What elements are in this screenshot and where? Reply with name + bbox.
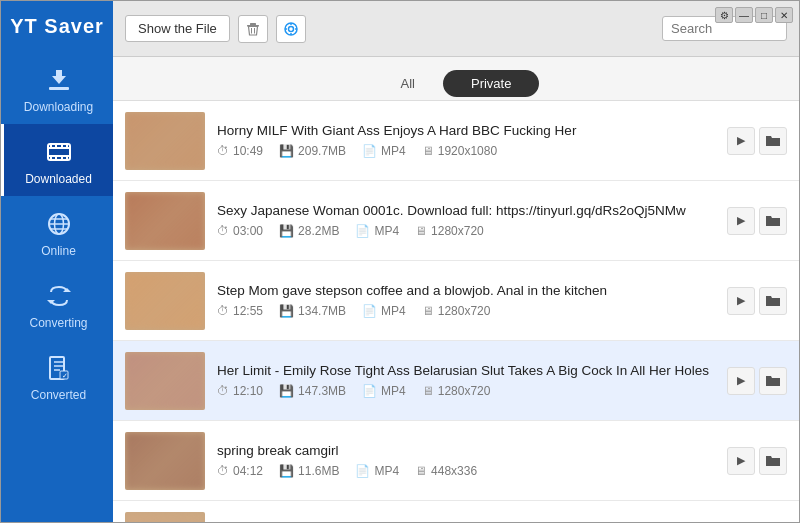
close-button[interactable]: ✕ — [775, 7, 793, 23]
duration-meta: ⏱ 04:12 — [217, 464, 263, 478]
video-title: Horny MILF With Giant Ass Enjoys A Hard … — [217, 123, 715, 138]
svg-rect-9 — [50, 157, 52, 160]
resolution-icon: 🖥 — [422, 384, 434, 398]
video-thumbnail — [125, 432, 205, 490]
sidebar-item-downloading[interactable]: Downloading — [1, 52, 113, 124]
resolution-meta: 🖥 1280x720 — [422, 304, 491, 318]
show-file-button[interactable]: Show the File — [125, 15, 230, 42]
hdd-icon: 💾 — [279, 224, 294, 238]
folder-button[interactable] — [759, 127, 787, 155]
resolution-value: 1280x720 — [431, 224, 484, 238]
resolution-icon: 🖥 — [422, 144, 434, 158]
file-icon: 📄 — [355, 224, 370, 238]
delete-button[interactable] — [238, 15, 268, 43]
size-meta: 💾 209.7MB — [279, 144, 346, 158]
video-title: Sexy Japanese Woman 0001c. Download full… — [217, 203, 715, 218]
svg-rect-27 — [250, 23, 256, 25]
play-button[interactable]: ▶ — [727, 207, 755, 235]
tab-bar: All Private — [113, 57, 799, 101]
video-info: Horny MILF With Giant Ass Enjoys A Hard … — [217, 123, 715, 158]
size-value: 147.3MB — [298, 384, 346, 398]
hdd-icon: 💾 — [279, 304, 294, 318]
video-row: Her Limit - Emily Rose Tight Ass Belarus… — [113, 341, 799, 421]
format-value: MP4 — [381, 384, 406, 398]
svg-rect-11 — [61, 157, 63, 160]
resolution-value: 448x336 — [431, 464, 477, 478]
film-icon — [43, 136, 75, 168]
file-icon: 📄 — [362, 304, 377, 318]
maximize-button[interactable]: □ — [755, 7, 773, 23]
format-value: MP4 — [374, 464, 399, 478]
svg-point-31 — [288, 26, 293, 31]
sidebar-item-downloaded[interactable]: Downloaded — [1, 124, 113, 196]
tab-all[interactable]: All — [373, 70, 443, 97]
file-icon: 📄 — [362, 144, 377, 158]
sidebar-label-online: Online — [41, 244, 76, 258]
file-icon: 📄 — [362, 384, 377, 398]
folder-button[interactable] — [759, 287, 787, 315]
folder-button[interactable] — [759, 367, 787, 395]
format-value: MP4 — [381, 304, 406, 318]
tab-private[interactable]: Private — [443, 70, 539, 97]
video-row: Sex Craved Skinny Brunette Bridgette Amo… — [113, 501, 799, 522]
format-value: MP4 — [374, 224, 399, 238]
video-actions: ▶ — [727, 287, 787, 315]
video-info: Sexy Japanese Woman 0001c. Download full… — [217, 203, 715, 238]
video-thumbnail — [125, 112, 205, 170]
gear-button[interactable]: ⚙ — [715, 7, 733, 23]
play-button[interactable]: ▶ — [727, 447, 755, 475]
video-list: Horny MILF With Giant Ass Enjoys A Hard … — [113, 101, 799, 522]
format-meta: 📄 MP4 — [362, 144, 406, 158]
video-title: Step Mom gave stepson coffee and a blowj… — [217, 283, 715, 298]
video-row: spring break camgirl ⏱ 04:12 💾 11.6MB 📄 … — [113, 421, 799, 501]
sidebar-item-converted[interactable]: ✓ Converted — [1, 340, 113, 412]
sidebar-label-downloaded: Downloaded — [25, 172, 92, 186]
window-controls: ⚙ — □ ✕ — [715, 7, 793, 23]
video-meta: ⏱ 04:12 💾 11.6MB 📄 MP4 🖥 448x336 — [217, 464, 715, 478]
hdd-icon: 💾 — [279, 144, 294, 158]
svg-marker-1 — [52, 70, 66, 84]
resolution-meta: 🖥 1280x720 — [422, 384, 491, 398]
sidebar: YT Saver Downloading — [1, 1, 113, 522]
resolution-value: 1920x1080 — [438, 144, 497, 158]
format-value: MP4 — [381, 144, 406, 158]
clock-icon: ⏱ — [217, 464, 229, 478]
svg-rect-0 — [49, 87, 69, 90]
video-actions: ▶ — [727, 127, 787, 155]
svg-rect-7 — [61, 144, 63, 147]
sidebar-item-converting[interactable]: Converting — [1, 268, 113, 340]
doc-icon: ✓ — [43, 352, 75, 384]
settings-toggle-button[interactable] — [276, 15, 306, 43]
folder-button[interactable] — [759, 447, 787, 475]
duration-meta: ⏱ 10:49 — [217, 144, 263, 158]
video-thumbnail — [125, 352, 205, 410]
video-row: Horny MILF With Giant Ass Enjoys A Hard … — [113, 101, 799, 181]
video-row: Sexy Japanese Woman 0001c. Download full… — [113, 181, 799, 261]
size-meta: 💾 134.7MB — [279, 304, 346, 318]
duration-meta: ⏱ 03:00 — [217, 224, 263, 238]
resolution-value: 1280x720 — [438, 384, 491, 398]
convert-icon — [43, 280, 75, 312]
resolution-icon: 🖥 — [422, 304, 434, 318]
play-button[interactable]: ▶ — [727, 367, 755, 395]
svg-rect-10 — [55, 157, 57, 160]
play-button[interactable]: ▶ — [727, 127, 755, 155]
globe-icon — [43, 208, 75, 240]
video-title: spring break camgirl — [217, 443, 715, 458]
sidebar-item-online[interactable]: Online — [1, 196, 113, 268]
size-value: 209.7MB — [298, 144, 346, 158]
minimize-button[interactable]: — — [735, 7, 753, 23]
format-meta: 📄 MP4 — [362, 304, 406, 318]
folder-button[interactable] — [759, 207, 787, 235]
clock-icon: ⏱ — [217, 144, 229, 158]
video-thumbnail — [125, 512, 205, 522]
video-row: Step Mom gave stepson coffee and a blowj… — [113, 261, 799, 341]
resolution-meta: 🖥 1280x720 — [415, 224, 484, 238]
resolution-meta: 🖥 1920x1080 — [422, 144, 497, 158]
duration-value: 10:49 — [233, 144, 263, 158]
svg-text:✓: ✓ — [62, 372, 68, 379]
video-meta: ⏱ 10:49 💾 209.7MB 📄 MP4 🖥 1920x1080 — [217, 144, 715, 158]
app-logo: YT Saver — [1, 1, 113, 52]
sidebar-label-converted: Converted — [31, 388, 86, 402]
play-button[interactable]: ▶ — [727, 287, 755, 315]
